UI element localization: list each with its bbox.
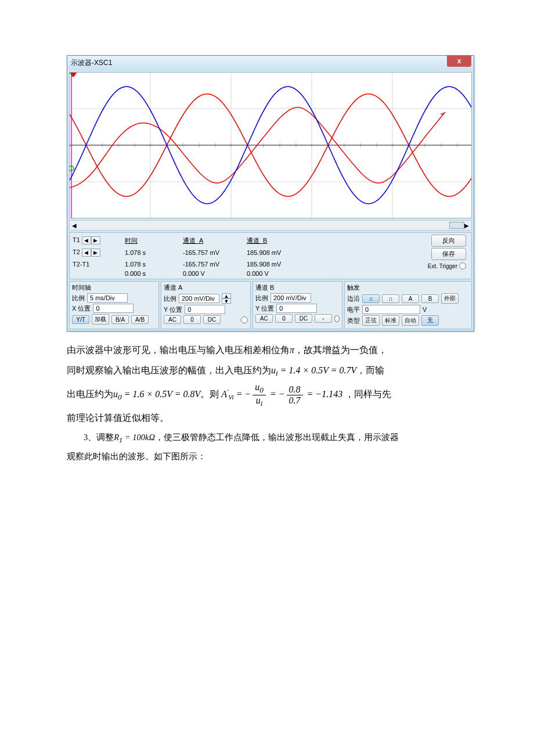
tb-scale-field[interactable]: 5 ms/Div <box>87 293 128 303</box>
chb-dc-button[interactable]: DC <box>295 314 312 323</box>
channel-b-panel: 通道 B 比例 200 mV/Div Y 位置 0 AC 0 DC - <box>252 281 342 329</box>
close-icon: x <box>457 57 461 65</box>
t2-cha: -165.757 mV <box>183 261 247 268</box>
chb-head: 通道 B <box>255 283 340 292</box>
document-body: 由示波器中波形可见，输出电压与输入电压相差相位角π，故其增益为一负值， 同时观察… <box>67 340 467 466</box>
cha-probe-indicator <box>241 316 248 323</box>
timebase-panel: 时间轴 比例 5 ms/Div X 位置 0 Y/T 加载 B/A A/B <box>69 281 159 329</box>
trig-type-label: 类型 <box>347 316 360 325</box>
paragraph-2: 同时观察输入输出电压波形的幅值，出入电压约为ui = 1.4 × 0.5V = … <box>67 360 467 382</box>
close-button[interactable]: x <box>447 55 471 67</box>
paragraph-1: 由示波器中波形可见，输出电压与输入电压相差相位角π，故其增益为一负值， <box>67 340 467 360</box>
cha-scale-down-icon[interactable]: ▼ <box>222 298 231 304</box>
paragraph-5: 3、调整R1 = 100kΩ，使三极管静态工作点降低，输出波形出现截止失真，用示… <box>67 429 467 448</box>
yt-button[interactable]: Y/T <box>72 315 89 324</box>
chb-ac-button[interactable]: AC <box>255 314 273 323</box>
reverse-button[interactable]: 反向 <box>431 235 466 247</box>
cha-scale-field[interactable]: 200 mV/Div <box>179 294 219 303</box>
chb-scale-field[interactable]: 200 mV/Div <box>270 293 311 303</box>
trig-head: 触发 <box>347 283 469 292</box>
trig-b-button[interactable]: B <box>421 294 439 303</box>
trig-edge-label: 边沿 <box>347 294 360 303</box>
trig-sine-button[interactable]: 正弦 <box>362 315 380 326</box>
dt-time: 0.000 s <box>125 270 183 277</box>
t1-chb: 185.908 mV <box>247 249 311 256</box>
cha-column-head: 通道_A <box>183 236 247 245</box>
timebase-head: 时间轴 <box>72 283 156 292</box>
eq-r1: R1 = 100kΩ <box>114 433 155 442</box>
waveform-display <box>69 72 472 218</box>
t1-cha: -165.757 mV <box>183 249 247 256</box>
trig-level-field[interactable]: 0 <box>362 305 420 314</box>
t2-time: 1.078 s <box>125 261 183 268</box>
t2-left-icon[interactable]: ◀ <box>82 249 91 257</box>
dt-label: T2-T1 <box>73 261 125 268</box>
add-button[interactable]: 加载 <box>92 314 109 325</box>
ab-button[interactable]: A/B <box>131 315 149 324</box>
trig-none-button[interactable]: 无 <box>421 315 439 326</box>
edge-rise-button[interactable]: ⎍ <box>362 294 380 303</box>
tb-xpos-label: X 位置 <box>72 304 91 313</box>
cha-zero-button[interactable]: 0 <box>183 315 201 324</box>
save-button[interactable]: 保存 <box>431 248 466 260</box>
chb-minus-button[interactable]: - <box>315 314 332 323</box>
trig-ext-button[interactable]: 外部 <box>441 293 459 304</box>
eq-ui: ui = 1.4 × 0.5V = 0.7V <box>271 365 356 375</box>
eq-avi: A′Vi = −u0ui = −0.80.7 = −1.143 <box>221 389 345 399</box>
window-title: 示波器-XSC1 <box>71 58 112 68</box>
t1-label: T1 <box>73 236 80 243</box>
trig-a-button[interactable]: A <box>402 294 419 303</box>
scroll-left-icon[interactable]: ◀ <box>72 222 77 229</box>
dt-cha: 0.000 V <box>183 270 247 277</box>
cha-dc-button[interactable]: DC <box>203 315 221 324</box>
paragraph-4: 前理论计算值近似相等。 <box>67 408 467 428</box>
paragraph-3: 出电压约为u0 = 1.6 × 0.5V = 0.8V。则 A′Vi = −u0… <box>67 382 467 408</box>
symbol-pi: π <box>290 345 294 355</box>
ext-trigger-indicator <box>459 262 466 269</box>
trig-std-button[interactable]: 标准 <box>382 315 399 326</box>
t1-time: 1.078 s <box>125 249 183 256</box>
horizontal-scrollbar[interactable]: ◀ ▶ <box>69 220 472 231</box>
cha-ypos-label: Y 位置 <box>164 305 182 314</box>
channel-a-panel: 通道 A 比例 200 mV/Div ▲ ▼ Y 位置 0 AC 0 DC <box>161 281 251 329</box>
cha-scale-label: 比例 <box>164 294 176 303</box>
paragraph-6: 观察此时输出的波形。如下图所示： <box>67 448 467 466</box>
chb-column-head: 通道_B <box>247 236 311 245</box>
cha-ac-button[interactable]: AC <box>164 315 181 324</box>
oscilloscope-window: 示波器-XSC1 x <box>67 55 474 332</box>
t2-label: T2 <box>73 249 80 255</box>
waveform-svg <box>70 73 472 218</box>
trig-level-label: 电平 <box>347 305 360 314</box>
chb-ypos-field[interactable]: 0 <box>276 304 317 313</box>
cha-ypos-field[interactable]: 0 <box>185 305 225 314</box>
t1-right-icon[interactable]: ▶ <box>91 236 100 244</box>
scroll-right-icon[interactable]: ▶ <box>464 222 469 229</box>
eq-u0: u0 = 1.6 × 0.5V = 0.8V <box>113 389 200 399</box>
cursor-readout: T1 ◀▶ 时间 通道_A 通道_B 反向 保存 Ext. Trigger T2… <box>69 232 472 279</box>
time-column-head: 时间 <box>125 236 183 245</box>
chb-zero-button[interactable]: 0 <box>275 314 293 323</box>
t1-left-icon[interactable]: ◀ <box>82 236 91 244</box>
tb-scale-label: 比例 <box>72 294 85 303</box>
trig-level-unit: V <box>423 306 427 313</box>
ba-button[interactable]: B/A <box>111 315 129 324</box>
edge-fall-button[interactable]: ⎍ <box>382 294 399 303</box>
tb-xpos-field[interactable]: 0 <box>93 304 134 313</box>
window-titlebar[interactable]: 示波器-XSC1 x <box>67 56 474 70</box>
scroll-thumb[interactable] <box>449 222 464 229</box>
trig-auto-button[interactable]: 自动 <box>402 315 419 326</box>
chb-ypos-label: Y 位置 <box>255 304 274 313</box>
trigger-panel: 触发 边沿 ⎍ ⎍ A B 外部 电平 0 V 类型 正弦 标准 <box>344 281 472 329</box>
t2-chb: 185.908 mV <box>247 261 311 268</box>
chb-scale-label: 比例 <box>255 294 268 303</box>
t2-right-icon[interactable]: ▶ <box>91 249 100 257</box>
chb-probe-indicator <box>334 315 340 322</box>
control-panels: 时间轴 比例 5 ms/Div X 位置 0 Y/T 加载 B/A A/B 通道… <box>69 281 472 329</box>
cha-head: 通道 A <box>164 283 248 292</box>
dt-chb: 0.000 V <box>247 270 311 277</box>
ext-trigger-label: Ext. Trigger <box>428 262 466 269</box>
